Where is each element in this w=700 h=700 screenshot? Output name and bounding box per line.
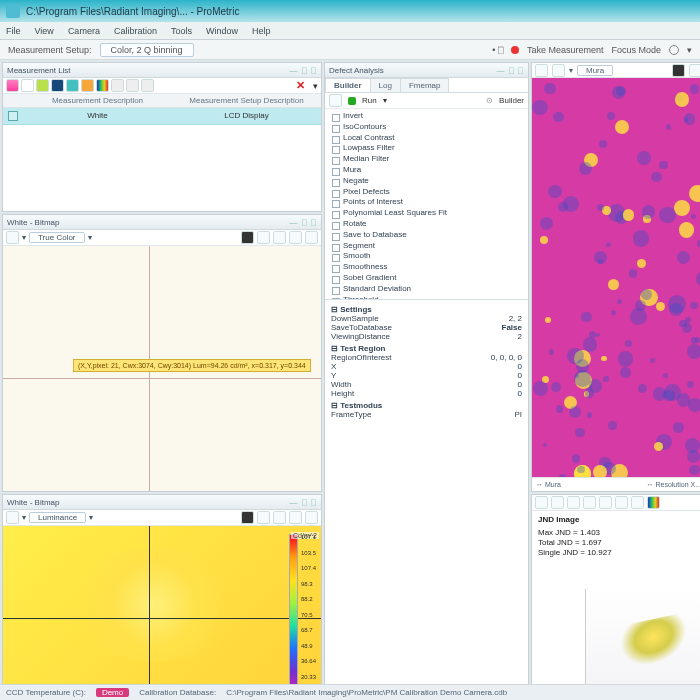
tool-icon[interactable] bbox=[583, 496, 596, 509]
panel-controls[interactable]: — ⎕ ⎕ bbox=[290, 66, 317, 75]
fit-icon[interactable] bbox=[257, 231, 270, 244]
zoom-in-icon[interactable] bbox=[273, 511, 286, 524]
tab-builder[interactable]: Builder bbox=[325, 78, 371, 92]
tool-icon[interactable] bbox=[111, 79, 124, 92]
chevron-down-icon[interactable]: ▾ bbox=[569, 66, 573, 75]
tool-icon[interactable] bbox=[551, 496, 564, 509]
tool-icon[interactable] bbox=[631, 496, 644, 509]
column-header[interactable]: Measurement Setup Description bbox=[172, 96, 321, 105]
bitmap-canvas[interactable]: (X,Y,pixel: 21, Cwx:3074, Cwy:3014) Lum=… bbox=[3, 246, 321, 491]
tree-node[interactable]: Invert bbox=[329, 111, 524, 122]
prop-val[interactable]: 2 bbox=[518, 332, 522, 341]
tab-fmemap[interactable]: Fmemap bbox=[400, 78, 450, 92]
tree-node[interactable]: Median Filter bbox=[329, 154, 524, 165]
fit-icon[interactable] bbox=[257, 511, 270, 524]
chevron-down-icon[interactable]: ▾ bbox=[22, 513, 26, 522]
chevron-down-icon[interactable]: ▾ bbox=[22, 233, 26, 242]
palette-icon[interactable] bbox=[647, 496, 660, 509]
panel-controls[interactable]: — ⎕ ⎕ bbox=[290, 218, 317, 227]
grid-icon[interactable] bbox=[672, 64, 685, 77]
zoom-out-icon[interactable] bbox=[289, 511, 302, 524]
chevron-down-icon[interactable]: ▾ bbox=[88, 233, 92, 242]
prop-val[interactable]: 0, 0, 0, 0 bbox=[491, 353, 522, 362]
tree-node[interactable]: Negate bbox=[329, 176, 524, 187]
tool-icon[interactable] bbox=[21, 79, 34, 92]
tab-log[interactable]: Log bbox=[370, 78, 401, 92]
mura-canvas[interactable] bbox=[532, 78, 700, 477]
chart-icon[interactable] bbox=[36, 79, 49, 92]
table-row[interactable]: White LCD Display bbox=[3, 108, 321, 125]
chevron-down-icon[interactable]: ▾ bbox=[313, 81, 318, 91]
menu-view[interactable]: View bbox=[35, 26, 54, 36]
tree-node[interactable]: Smoothness bbox=[329, 262, 524, 273]
tool-icon[interactable] bbox=[552, 64, 565, 77]
tool-icon[interactable] bbox=[615, 496, 628, 509]
spectrum-icon[interactable] bbox=[96, 79, 109, 92]
tree-node[interactable]: IsoContours bbox=[329, 122, 524, 133]
delete-icon[interactable]: ✕ bbox=[296, 79, 305, 92]
tree-node[interactable]: Sobel Gradient bbox=[329, 273, 524, 284]
ruler-icon[interactable] bbox=[305, 231, 318, 244]
grid-icon[interactable] bbox=[241, 511, 254, 524]
zoom-in-icon[interactable] bbox=[273, 231, 286, 244]
tool-icon[interactable] bbox=[567, 496, 580, 509]
tree-node[interactable]: Save to Database bbox=[329, 230, 524, 241]
menu-calibration[interactable]: Calibration bbox=[114, 26, 157, 36]
chevron-down-icon[interactable]: ▾ bbox=[687, 45, 692, 55]
tree-node[interactable]: Rotate bbox=[329, 219, 524, 230]
zoom-out-icon[interactable] bbox=[289, 231, 302, 244]
properties-grid[interactable]: ⊟ Settings DownSample2, 2 SaveToDatabase… bbox=[325, 299, 528, 685]
prop-val[interactable]: False bbox=[502, 323, 522, 332]
ruler-icon[interactable] bbox=[305, 511, 318, 524]
prop-val[interactable]: 0 bbox=[518, 380, 522, 389]
tree-node[interactable]: Pixel Defects bbox=[329, 187, 524, 198]
grid-icon[interactable] bbox=[241, 231, 254, 244]
zoom-icon[interactable] bbox=[599, 496, 612, 509]
tool-icon[interactable] bbox=[66, 79, 79, 92]
operations-tree[interactable]: InvertIsoContoursLocal ContrastLowpass F… bbox=[325, 109, 528, 299]
tree-node[interactable]: Points of Interest bbox=[329, 197, 524, 208]
prop-val[interactable]: 0 bbox=[518, 371, 522, 380]
prop-val[interactable]: 2, 2 bbox=[509, 314, 522, 323]
view-mode-select[interactable]: Luminance bbox=[29, 512, 86, 523]
tool-icon[interactable] bbox=[51, 79, 64, 92]
take-measurement-button[interactable]: Take Measurement bbox=[527, 45, 604, 55]
prop-val[interactable]: 0 bbox=[518, 362, 522, 371]
view-mode-select[interactable]: True Color bbox=[29, 232, 85, 243]
tool-icon[interactable] bbox=[535, 496, 548, 509]
tool-icon[interactable] bbox=[126, 79, 139, 92]
pointer-icon[interactable] bbox=[6, 511, 19, 524]
prop-val[interactable]: PI bbox=[514, 410, 522, 419]
column-header[interactable]: Measurement Description bbox=[23, 96, 172, 105]
chevron-down-icon[interactable]: ▾ bbox=[89, 513, 93, 522]
tree-node[interactable]: Lowpass Filter bbox=[329, 143, 524, 154]
pointer-icon[interactable] bbox=[6, 231, 19, 244]
tool-icon[interactable] bbox=[535, 64, 548, 77]
panel-controls[interactable]: — ⎕ ⎕ bbox=[290, 498, 317, 507]
tool-icon[interactable] bbox=[81, 79, 94, 92]
panel-controls[interactable]: — ⎕ ⎕ bbox=[497, 66, 524, 75]
jnd-3d-plot[interactable]: Centris(A) bbox=[585, 589, 700, 699]
tree-node[interactable]: Threshold bbox=[329, 295, 524, 299]
tool-icon[interactable] bbox=[141, 79, 154, 92]
mura-mode-select[interactable]: Mura bbox=[577, 65, 613, 76]
setup-dropdown[interactable]: Color, 2 Q binning bbox=[100, 43, 194, 57]
tree-node[interactable]: Polynomial Least Squares Fit bbox=[329, 208, 524, 219]
luminance-canvas[interactable]: Cd/m^2 107.1 103.5 107.4 98.3 88.2 70.5 … bbox=[3, 526, 321, 700]
menu-window[interactable]: Window bbox=[206, 26, 238, 36]
focus-mode-button[interactable]: Focus Mode bbox=[611, 45, 661, 55]
zoom-icon[interactable] bbox=[689, 64, 700, 77]
menu-tools[interactable]: Tools bbox=[171, 26, 192, 36]
menu-file[interactable]: File bbox=[6, 26, 21, 36]
tree-node[interactable]: Local Contrast bbox=[329, 133, 524, 144]
menu-camera[interactable]: Camera bbox=[68, 26, 100, 36]
gear-icon[interactable] bbox=[669, 45, 679, 55]
prop-val[interactable]: 0 bbox=[518, 389, 522, 398]
run-button[interactable]: Run bbox=[362, 96, 377, 105]
open-icon[interactable] bbox=[329, 94, 342, 107]
tool-icon[interactable] bbox=[6, 79, 19, 92]
tree-node[interactable]: Mura bbox=[329, 165, 524, 176]
tree-node[interactable]: Segment bbox=[329, 241, 524, 252]
menu-help[interactable]: Help bbox=[252, 26, 271, 36]
tree-node[interactable]: Standard Deviation bbox=[329, 284, 524, 295]
